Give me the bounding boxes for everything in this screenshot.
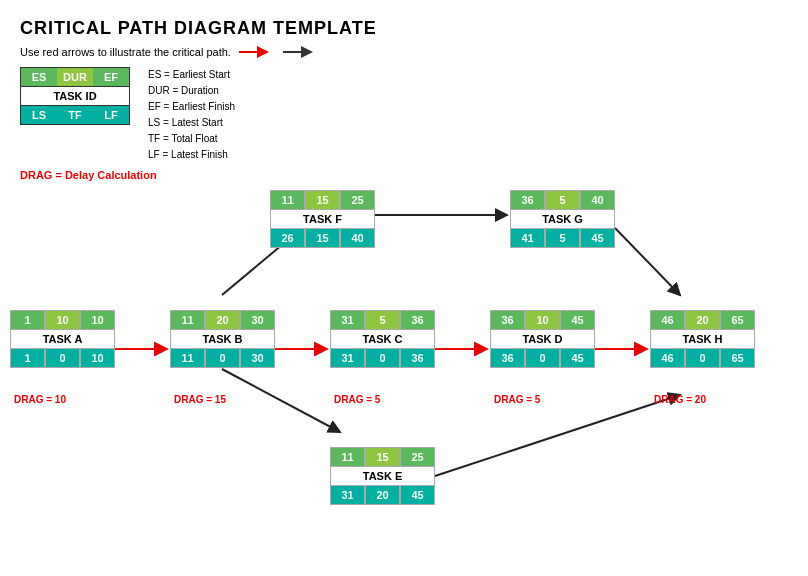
task-e-ef: 25 <box>400 447 435 467</box>
task-h-es: 46 <box>650 310 685 330</box>
svg-line-10 <box>435 395 680 476</box>
task-f: 11 15 25 TASK F 26 15 40 <box>270 190 375 248</box>
task-e: 11 15 25 TASK E 31 20 45 <box>330 447 435 505</box>
legend: ES DUR EF TASK ID LS TF LF ES = Earliest… <box>20 67 788 163</box>
subtitle-text: Use red arrows to illustrate the critica… <box>20 46 231 58</box>
task-h: 46 20 65 TASK H 46 0 65 <box>650 310 755 368</box>
task-g-ef: 40 <box>580 190 615 210</box>
task-e-ls: 31 <box>330 485 365 505</box>
legend-dur: DUR <box>57 68 93 86</box>
task-d: 36 10 45 TASK D 36 0 45 <box>490 310 595 368</box>
task-a-tf: 0 <box>45 348 80 368</box>
task-d-ef: 45 <box>560 310 595 330</box>
task-d-name: TASK D <box>490 330 595 348</box>
legend-descriptions: ES = Earliest Start DUR = Duration EF = … <box>148 67 235 163</box>
task-f-tf: 15 <box>305 228 340 248</box>
task-g: 36 5 40 TASK G 41 5 45 <box>510 190 615 248</box>
task-e-dur: 15 <box>365 447 400 467</box>
task-f-es: 11 <box>270 190 305 210</box>
legend-es: ES <box>21 68 57 86</box>
task-d-tf: 0 <box>525 348 560 368</box>
task-b-tf: 0 <box>205 348 240 368</box>
task-g-dur: 5 <box>545 190 580 210</box>
task-f-dur: 15 <box>305 190 340 210</box>
task-c-lf: 36 <box>400 348 435 368</box>
drag-label: DRAG = Delay Calculation <box>20 169 788 181</box>
task-b-ls: 11 <box>170 348 205 368</box>
task-e-name: TASK E <box>330 467 435 485</box>
task-d-lf: 45 <box>560 348 595 368</box>
legend-desc-3: LS = Latest Start <box>148 115 235 131</box>
task-c-name: TASK C <box>330 330 435 348</box>
task-a-ef: 10 <box>80 310 115 330</box>
task-a: 1 10 10 TASK A 1 0 10 <box>10 310 115 368</box>
task-b-es: 11 <box>170 310 205 330</box>
legend-desc-1: DUR = Duration <box>148 83 235 99</box>
task-g-tf: 5 <box>545 228 580 248</box>
task-g-name: TASK G <box>510 210 615 228</box>
task-a-name: TASK A <box>10 330 115 348</box>
task-h-tf: 0 <box>685 348 720 368</box>
task-d-ls: 36 <box>490 348 525 368</box>
task-f-ef: 25 <box>340 190 375 210</box>
task-f-lf: 40 <box>340 228 375 248</box>
task-b: 11 20 30 TASK B 11 0 30 <box>170 310 275 368</box>
task-c-tf: 0 <box>365 348 400 368</box>
task-b-dur: 20 <box>205 310 240 330</box>
task-a-dur: 10 <box>45 310 80 330</box>
task-c-ls: 31 <box>330 348 365 368</box>
task-b-ef: 30 <box>240 310 275 330</box>
legend-box: ES DUR EF TASK ID LS TF LF <box>20 67 130 125</box>
page-title: CRITICAL PATH DIAGRAM TEMPLATE <box>20 18 788 39</box>
task-h-ls: 46 <box>650 348 685 368</box>
task-h-ef: 65 <box>720 310 755 330</box>
task-g-lf: 45 <box>580 228 615 248</box>
svg-line-9 <box>222 369 340 432</box>
legend-desc-4: TF = Total Float <box>148 131 235 147</box>
subtitle: Use red arrows to illustrate the critica… <box>20 45 788 59</box>
task-e-es: 11 <box>330 447 365 467</box>
task-e-lf: 45 <box>400 485 435 505</box>
task-d-es: 36 <box>490 310 525 330</box>
legend-desc-5: LF = Latest Finish <box>148 147 235 163</box>
legend-desc-0: ES = Earliest Start <box>148 67 235 83</box>
legend-tf: TF <box>57 106 93 124</box>
task-b-drag: DRAG = 15 <box>174 394 226 405</box>
task-a-lf: 10 <box>80 348 115 368</box>
task-d-dur: 10 <box>525 310 560 330</box>
task-g-ls: 41 <box>510 228 545 248</box>
legend-task-id: TASK ID <box>21 86 129 106</box>
task-b-name: TASK B <box>170 330 275 348</box>
legend-lf: LF <box>93 106 129 124</box>
task-c: 31 5 36 TASK C 31 0 36 <box>330 310 435 368</box>
task-a-ls: 1 <box>10 348 45 368</box>
task-c-drag: DRAG = 5 <box>334 394 380 405</box>
task-d-drag: DRAG = 5 <box>494 394 540 405</box>
task-f-name: TASK F <box>270 210 375 228</box>
task-c-es: 31 <box>330 310 365 330</box>
task-e-tf: 20 <box>365 485 400 505</box>
task-g-es: 36 <box>510 190 545 210</box>
task-a-drag: DRAG = 10 <box>14 394 66 405</box>
task-a-es: 1 <box>10 310 45 330</box>
task-h-dur: 20 <box>685 310 720 330</box>
legend-desc-2: EF = Earliest Finish <box>148 99 235 115</box>
task-c-ef: 36 <box>400 310 435 330</box>
task-b-lf: 30 <box>240 348 275 368</box>
svg-line-8 <box>615 228 680 295</box>
legend-ls: LS <box>21 106 57 124</box>
task-h-name: TASK H <box>650 330 755 348</box>
task-f-ls: 26 <box>270 228 305 248</box>
legend-ef: EF <box>93 68 129 86</box>
task-h-lf: 65 <box>720 348 755 368</box>
task-c-dur: 5 <box>365 310 400 330</box>
task-h-drag: DRAG = 20 <box>654 394 706 405</box>
